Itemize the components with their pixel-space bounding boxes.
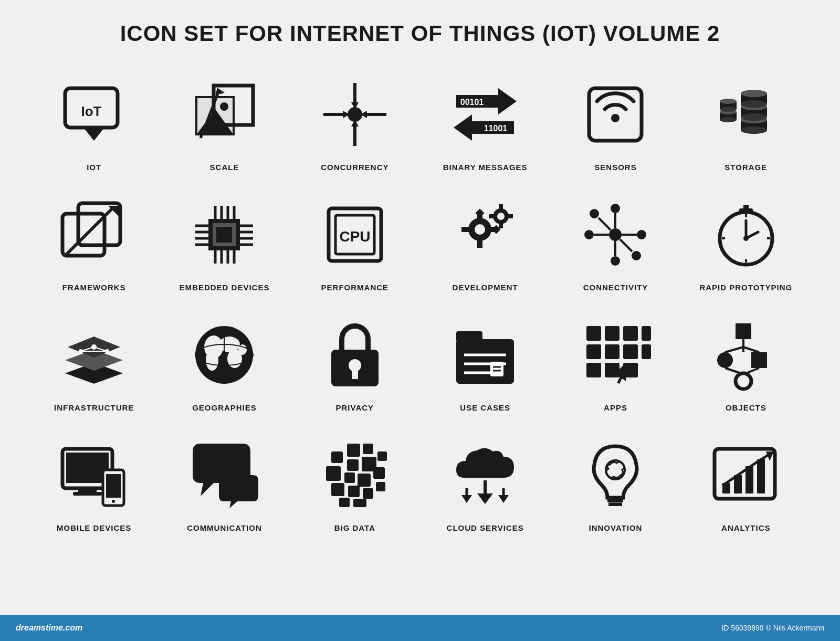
icon-label: IOT [87, 163, 101, 172]
svg-marker-10 [215, 88, 225, 95]
svg-rect-80 [508, 214, 513, 218]
svg-rect-136 [586, 344, 601, 359]
list-item: PRIVACY [292, 308, 417, 417]
svg-rect-166 [344, 472, 355, 483]
svg-rect-169 [331, 483, 344, 496]
svg-rect-141 [605, 363, 620, 377]
list-item: BIG DATA [292, 428, 417, 538]
svg-rect-138 [623, 344, 638, 359]
svg-rect-182 [608, 502, 622, 506]
list-item: OBJECTS [684, 308, 808, 417]
svg-rect-135 [642, 326, 651, 341]
svg-point-81 [609, 228, 622, 241]
page-title: ICON SET FOR INTERNET OF THINGS (IOT) VO… [32, 21, 808, 46]
svg-line-151 [746, 368, 759, 373]
svg-marker-2 [83, 128, 104, 141]
icon-label: COMMUNICATION [187, 523, 262, 532]
svg-text:CPU: CPU [339, 228, 370, 245]
svg-point-83 [611, 256, 620, 266]
svg-rect-145 [751, 352, 767, 368]
icon-label: DEVELOPMENT [453, 283, 518, 292]
communication-icon [182, 433, 266, 517]
svg-line-149 [743, 347, 759, 352]
list-item: GEOGRAPHIES [162, 308, 287, 417]
page-wrapper: ICON SET FOR INTERNET OF THINGS (IOT) VO… [0, 0, 840, 641]
svg-marker-176 [477, 493, 493, 504]
svg-point-40 [720, 107, 737, 112]
svg-point-25 [611, 114, 620, 122]
svg-point-84 [584, 230, 594, 239]
list-item: CPU PERFORMANCE [292, 187, 417, 297]
iot-icon: IoT [52, 72, 136, 156]
svg-rect-134 [623, 326, 638, 341]
list-item: FRAMEWORKS [32, 187, 156, 297]
list-item: USE CASES [423, 308, 548, 417]
svg-rect-167 [358, 474, 371, 487]
analytics-icon [704, 433, 788, 517]
svg-point-82 [611, 204, 620, 213]
svg-rect-172 [376, 482, 385, 491]
svg-marker-178 [461, 495, 472, 503]
mobile-devices-icon [52, 433, 136, 517]
list-item: SENSORS [553, 67, 678, 177]
svg-point-158 [112, 500, 115, 503]
svg-rect-144 [717, 352, 733, 368]
frameworks-icon [52, 193, 136, 277]
performance-icon: CPU [313, 193, 397, 277]
svg-point-87 [632, 251, 641, 260]
svg-rect-73 [476, 208, 485, 217]
apps-icon [573, 313, 657, 397]
icon-label: CONCURRENCY [321, 163, 388, 172]
icon-label: BIG DATA [334, 523, 375, 532]
scale-icon [182, 72, 266, 156]
svg-rect-78 [499, 223, 503, 228]
use-cases-icon [443, 313, 527, 397]
svg-point-37 [720, 117, 737, 122]
svg-rect-129 [490, 362, 503, 376]
geographies-icon [182, 313, 266, 397]
icon-label: PERFORMANCE [321, 283, 389, 292]
svg-rect-154 [78, 488, 97, 492]
svg-rect-188 [757, 459, 765, 493]
svg-rect-125 [456, 331, 482, 342]
list-item: APPS [553, 308, 678, 417]
sensors-icon [573, 72, 657, 156]
list-item: MOBILE DEVICES [32, 428, 156, 538]
svg-rect-173 [339, 498, 350, 507]
icon-label: ANALYTICS [721, 523, 770, 532]
svg-point-34 [741, 100, 767, 108]
svg-rect-171 [363, 488, 373, 499]
objects-icon [704, 313, 788, 397]
svg-point-146 [736, 373, 751, 389]
icon-label: CONNECTIVITY [583, 283, 648, 292]
svg-point-68 [475, 224, 485, 235]
innovation-icon [573, 433, 657, 517]
embedded-devices-icon [182, 193, 266, 277]
icon-label: EMBEDDED DEVICES [180, 283, 270, 292]
watermark: dreamstime.com [16, 623, 82, 633]
svg-point-115 [206, 350, 218, 371]
list-item: INFRASTRUCTURE [32, 308, 156, 417]
svg-point-28 [741, 127, 767, 134]
svg-point-76 [497, 213, 505, 220]
connectivity-icon [573, 193, 657, 277]
icon-grid: IoT IOT [32, 67, 808, 538]
svg-line-93 [620, 239, 632, 251]
list-item: CONCURRENCY [292, 67, 417, 177]
icon-label: CLOUD SERVICES [447, 523, 524, 532]
infrastructure-icon [52, 313, 136, 397]
list-item: IoT IOT [32, 67, 156, 177]
svg-point-33 [741, 90, 767, 97]
svg-rect-71 [461, 227, 469, 232]
svg-point-86 [590, 209, 599, 218]
binary-messages-icon: 00101 11001 [443, 72, 527, 156]
icon-label: RAPID PROTOTYPING [699, 283, 792, 292]
svg-rect-140 [586, 363, 601, 377]
svg-point-7 [220, 102, 228, 111]
list-item: EMBEDDED DEVICES [162, 187, 287, 297]
svg-rect-162 [347, 459, 359, 471]
svg-point-99 [743, 236, 749, 241]
svg-rect-132 [586, 326, 601, 341]
big-data-icon [313, 433, 397, 517]
icon-label: APPS [604, 403, 627, 412]
